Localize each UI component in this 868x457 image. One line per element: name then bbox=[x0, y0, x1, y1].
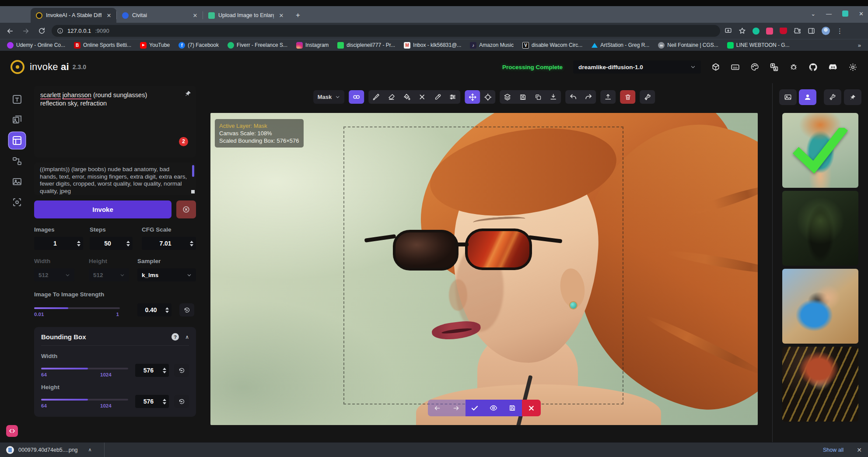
fill-tool-button[interactable] bbox=[399, 90, 414, 104]
help-icon[interactable]: ? bbox=[172, 333, 179, 341]
scrollbar-thumb[interactable] bbox=[192, 165, 194, 177]
window-accent-icon[interactable] bbox=[842, 11, 848, 17]
gallery-thumbnail[interactable] bbox=[782, 269, 858, 344]
bookmark-youtube[interactable]: YouTube bbox=[140, 42, 170, 49]
profile-avatar[interactable] bbox=[822, 27, 830, 35]
bbox-height-slider[interactable]: 64 1024 bbox=[41, 395, 128, 408]
pink-extension-icon[interactable] bbox=[766, 28, 773, 35]
download-image-button[interactable] bbox=[546, 90, 561, 104]
bbox-height-input[interactable]: 576 bbox=[135, 395, 169, 408]
staging-save-button[interactable] bbox=[503, 400, 522, 416]
tab-text-to-image[interactable] bbox=[9, 91, 25, 108]
tab-civitai[interactable]: Civitai ✕ bbox=[117, 8, 203, 23]
tab-training[interactable] bbox=[9, 194, 25, 211]
hotkeys-keyboard-icon[interactable] bbox=[731, 63, 740, 72]
staging-next-button[interactable] bbox=[447, 400, 466, 416]
bookmark-udemy[interactable]: Udemy - Online Co... bbox=[7, 42, 65, 49]
tab-close-icon[interactable]: ✕ bbox=[277, 11, 285, 19]
color-picker-button[interactable] bbox=[430, 90, 445, 104]
download-item[interactable]: 000979.40d74eb5....png ∧ bbox=[6, 446, 92, 454]
bbox-height-reset-button[interactable] bbox=[174, 395, 189, 408]
grammarly-extension-icon[interactable] bbox=[752, 28, 760, 35]
staging-preview-button[interactable] bbox=[484, 400, 503, 416]
gallery-settings-button[interactable] bbox=[824, 89, 841, 105]
bbox-width-slider[interactable]: 64 1024 bbox=[41, 364, 128, 377]
tab-invokeai[interactable]: InvokeAI - A Stable Diffusion Too ✕ bbox=[31, 8, 116, 23]
bookmark-facebook[interactable]: f(7) Facebook bbox=[178, 42, 219, 49]
reset-view-button[interactable] bbox=[480, 90, 495, 104]
stepper[interactable] bbox=[163, 395, 166, 408]
tab-close-icon[interactable]: ✕ bbox=[191, 11, 199, 19]
cancel-button[interactable] bbox=[176, 200, 196, 218]
brush-options-button[interactable] bbox=[445, 90, 460, 104]
bbox-width-reset-button[interactable] bbox=[174, 364, 189, 377]
undo-button[interactable] bbox=[565, 90, 581, 104]
sampler-select[interactable]: k_lms bbox=[137, 268, 196, 281]
forward-button[interactable] bbox=[20, 25, 32, 37]
bookmark-discipleneil[interactable]: discipleneil777 - Pr... bbox=[337, 42, 395, 49]
redo-button[interactable] bbox=[581, 90, 596, 104]
bbox-width-input[interactable]: 576 bbox=[135, 364, 169, 377]
stepper[interactable] bbox=[126, 237, 130, 250]
steps-input[interactable]: 50 bbox=[90, 237, 133, 250]
download-bar-close-icon[interactable]: ✕ bbox=[857, 446, 862, 453]
eraser-tool-button[interactable] bbox=[384, 90, 399, 104]
stepper[interactable] bbox=[190, 237, 193, 250]
stepper[interactable] bbox=[165, 303, 169, 316]
window-menu-icon[interactable]: ⌄ bbox=[811, 11, 816, 17]
clear-canvas-button[interactable] bbox=[620, 90, 635, 104]
copy-to-clipboard-button[interactable] bbox=[530, 90, 546, 104]
i2i-strength-input[interactable]: 0.40 bbox=[137, 303, 172, 316]
tab-nodes[interactable] bbox=[9, 153, 25, 169]
staging-discard-button[interactable] bbox=[522, 400, 541, 416]
install-icon[interactable] bbox=[724, 27, 732, 35]
gallery-thumbnail[interactable] bbox=[782, 347, 858, 422]
tab-unified-canvas[interactable] bbox=[9, 132, 25, 149]
bookmarks-overflow-icon[interactable]: » bbox=[858, 42, 861, 49]
window-minimize-button[interactable]: — bbox=[826, 11, 832, 17]
bookmark-artstation[interactable]: ArtStation - Greg R... bbox=[591, 42, 649, 49]
gallery-thumbnail-selected[interactable] bbox=[782, 113, 858, 188]
invoke-button[interactable]: Invoke bbox=[34, 200, 172, 218]
move-tool-button[interactable] bbox=[465, 90, 480, 104]
bookmark-neil-fontaine[interactable]: ∞Neil Fontaine | CGS... bbox=[658, 42, 718, 49]
canvas-settings-button[interactable] bbox=[640, 90, 655, 104]
bookmark-webtoon[interactable]: LINE WEBTOON - G... bbox=[727, 42, 790, 49]
bookmark-instagram[interactable]: Instagram bbox=[296, 42, 329, 49]
adblock-extension-icon[interactable] bbox=[780, 28, 787, 34]
bounding-box-selection[interactable] bbox=[343, 127, 623, 404]
canvas-image[interactable]: Active Layer: Mask Canvas Scale: 108% Sc… bbox=[210, 113, 758, 425]
collapse-chevron-icon[interactable]: ∧ bbox=[185, 334, 189, 340]
bookmark-wacom[interactable]: Vdisable Wacom Circ... bbox=[522, 42, 582, 49]
github-icon[interactable] bbox=[808, 63, 818, 72]
gallery-user-tab[interactable] bbox=[799, 89, 816, 105]
extensions-puzzle-icon[interactable] bbox=[794, 27, 801, 35]
model-select[interactable]: dreamlike-diffusion-1.0 bbox=[573, 60, 701, 74]
bookmark-star-icon[interactable] bbox=[738, 27, 746, 35]
pin-icon[interactable] bbox=[185, 90, 192, 97]
address-bar[interactable]: 127.0.0.1:9090 bbox=[52, 25, 720, 37]
bounding-box-header[interactable]: Bounding Box ? ∧ bbox=[41, 333, 189, 346]
bug-icon[interactable] bbox=[789, 63, 798, 71]
window-close-button[interactable]: ✕ bbox=[859, 11, 864, 17]
staging-previous-button[interactable] bbox=[428, 400, 447, 416]
bookmark-inbox[interactable]: MInbox - klk56831@... bbox=[404, 42, 461, 49]
bookmark-amazon-music[interactable]: ♪Amazon Music bbox=[470, 42, 514, 49]
theme-palette-icon[interactable] bbox=[750, 63, 759, 71]
gallery-thumbnail[interactable] bbox=[782, 191, 858, 266]
width-select[interactable]: 512 bbox=[34, 268, 74, 281]
side-panel-icon[interactable] bbox=[808, 27, 815, 35]
tab-close-icon[interactable]: ✕ bbox=[105, 11, 113, 19]
clear-mask-button[interactable] bbox=[414, 90, 430, 104]
stepper[interactable] bbox=[163, 364, 166, 377]
staging-accept-button[interactable] bbox=[466, 400, 484, 416]
i2i-strength-slider[interactable]: 0.01 1 bbox=[34, 303, 120, 316]
settings-gear-icon[interactable] bbox=[848, 63, 858, 72]
show-all-link[interactable]: Show all bbox=[823, 447, 844, 453]
back-button[interactable] bbox=[4, 25, 16, 37]
discord-icon[interactable] bbox=[828, 62, 838, 72]
save-to-gallery-button[interactable] bbox=[515, 90, 530, 104]
cfg-scale-input[interactable]: 7.01 bbox=[142, 237, 196, 250]
tab-upload-image[interactable]: Upload Image to Enlarge & Enha ✕ bbox=[203, 8, 289, 23]
download-expand-icon[interactable]: ∧ bbox=[88, 447, 92, 453]
